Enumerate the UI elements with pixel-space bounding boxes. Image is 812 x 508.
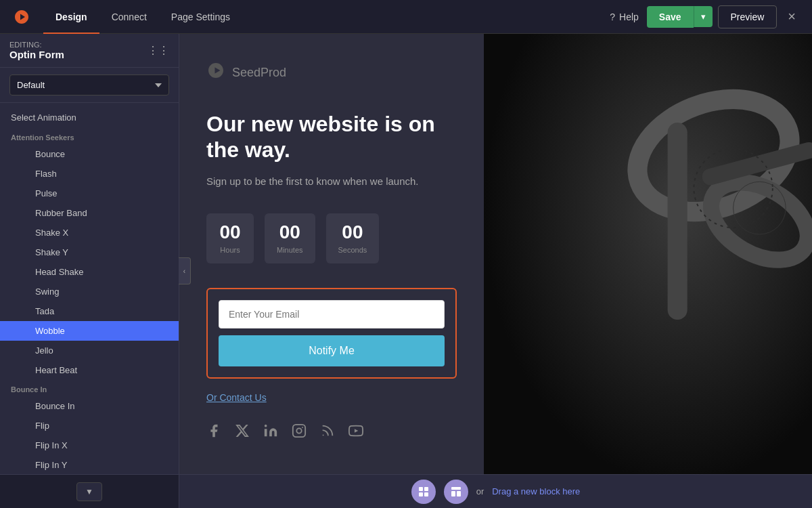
animation-dropdown-container: Default [0,68,179,103]
sidebar-bottom: ▼ [0,474,179,508]
social-icons [206,423,457,442]
notify-me-button[interactable]: Notify Me [219,335,445,366]
preview-canvas: SeedProd Our new website is on the way. … [179,34,812,474]
animation-item-swing[interactable]: Swing [0,282,179,301]
svg-rect-16 [424,492,428,496]
svg-rect-17 [451,487,461,490]
instagram-icon[interactable] [292,423,307,442]
seedprod-logo-text: SeedProd [232,66,286,80]
landing-heading: Our new website is on the way. [206,111,457,163]
grid-icon[interactable]: ⋮⋮ [148,44,169,57]
countdown-timer: 00 Hours 00 Minutes 00 Seconds [206,213,457,263]
collapse-sidebar-arrow[interactable]: ‹ [179,257,191,284]
countdown-minutes-label: Minutes [277,246,303,254]
animation-item-flip[interactable]: Flip [0,416,179,436]
svg-point-3 [302,427,303,428]
animation-item-flip-in-y[interactable]: Flip In Y [0,455,179,474]
tab-design[interactable]: Design [43,0,99,34]
countdown-hours-value: 00 [219,223,242,242]
layout-block-icon[interactable] [444,480,468,504]
bike-image-area [484,34,812,474]
countdown-seconds-value: 00 [338,223,367,242]
countdown-minutes: 00 Minutes [265,213,315,263]
seedprod-logo: SeedProd [206,61,457,84]
youtube-icon[interactable] [348,423,363,442]
sidebar-title-block: EDITING: Optin Form [9,41,64,60]
content-area: ‹ SeedProd Our new website is on the way… [179,34,812,508]
category-bounce-in: Bounce In [0,380,179,396]
countdown-seconds-label: Seconds [338,246,367,254]
save-button-group: Save ▾ [647,6,713,28]
animation-item-wobble[interactable]: Wobble [0,321,179,341]
facebook-icon[interactable] [206,423,221,442]
svg-point-2 [296,429,301,433]
animation-item-jello[interactable]: Jello [0,341,179,360]
rss-icon[interactable] [320,423,335,442]
optin-form-block: Notify Me [206,288,457,379]
editing-label: EDITING: [9,41,64,49]
animation-item-bounce[interactable]: Bounce [0,144,179,164]
category-attention-seekers: Attention Seekers [0,128,179,144]
svg-rect-14 [424,487,428,491]
svg-point-0 [265,425,267,427]
preview-button[interactable]: Preview [718,5,777,28]
animation-item-heart-beat[interactable]: Heart Beat [0,360,179,380]
left-sidebar: EDITING: Optin Form ⋮⋮ Default Select An… [0,34,179,508]
select-animation-item[interactable]: Select Animation [0,107,179,128]
landing-subtext: Sign up to be the first to know when we … [206,174,457,190]
form-title: Optin Form [9,49,64,60]
close-button[interactable]: × [782,6,801,27]
animation-item-pulse[interactable]: Pulse [0,184,179,203]
tab-connect[interactable]: Connect [99,0,159,34]
svg-marker-5 [355,429,358,433]
countdown-hours-label: Hours [219,246,242,254]
drag-or-text: or [476,486,484,496]
svg-rect-18 [451,491,455,496]
sidebar-header: EDITING: Optin Form ⋮⋮ [0,34,179,68]
svg-point-4 [323,435,324,436]
save-button[interactable]: Save [647,6,694,28]
animation-item-flash[interactable]: Flash [0,164,179,184]
animation-item-shake-x[interactable]: Shake X [0,223,179,242]
countdown-hours: 00 Hours [206,213,254,263]
svg-rect-8 [668,123,687,320]
seedprod-logo-icon [206,61,225,84]
help-icon: ? [610,12,615,22]
app-logo-icon [11,6,32,28]
email-input[interactable] [219,300,445,329]
animation-item-bounce-in[interactable]: Bounce In [0,396,179,416]
x-twitter-icon[interactable] [235,423,250,442]
animation-item-head-shake[interactable]: Head Shake [0,262,179,282]
main-layout: EDITING: Optin Form ⋮⋮ Default Select An… [0,34,812,508]
countdown-seconds: 00 Seconds [326,213,380,263]
svg-rect-15 [419,492,423,496]
save-dropdown-button[interactable]: ▾ [694,6,713,27]
bottom-bar: or Drag a new block here [179,474,812,508]
landing-page-preview: SeedProd Our new website is on the way. … [179,34,484,474]
svg-rect-1 [293,425,305,437]
animation-item-tada[interactable]: Tada [0,301,179,321]
animation-list: Select Animation Attention Seekers Bounc… [0,103,179,474]
animation-item-shake-y[interactable]: Shake Y [0,242,179,262]
animation-dropdown[interactable]: Default [9,75,169,96]
drag-new-block-link[interactable]: Drag a new block here [492,486,580,496]
countdown-minutes-value: 00 [277,223,303,242]
animation-item-flip-in-x[interactable]: Flip In X [0,436,179,455]
svg-rect-13 [419,487,423,491]
animation-item-rubber-band[interactable]: Rubber Band [0,203,179,223]
help-button[interactable]: ? Help [610,12,639,22]
top-navigation: Design Connect Page Settings ? Help Save… [0,0,812,34]
svg-rect-19 [457,491,461,496]
grid-block-icon[interactable] [411,480,436,504]
bike-photo [484,34,812,474]
collapse-button[interactable]: ▼ [76,482,102,501]
contact-link[interactable]: Or Contact Us [206,392,457,403]
linkedin-icon[interactable] [263,423,278,442]
tab-page-settings[interactable]: Page Settings [159,0,242,34]
